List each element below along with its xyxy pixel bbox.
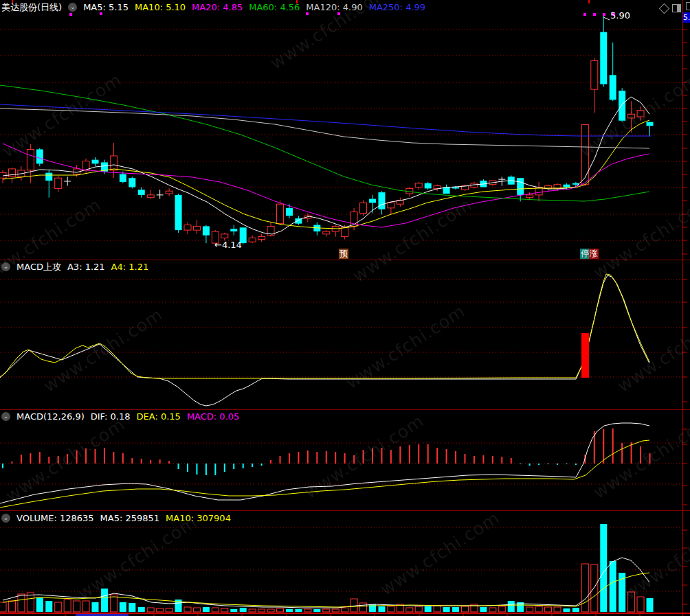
indicator-title: MACD上攻 — [16, 262, 61, 272]
high-price-annotation: 5.90 — [610, 11, 630, 20]
vma10-label: MA10: 307904 — [166, 513, 231, 523]
chevron-down-icon[interactable]: ⌄ — [68, 3, 77, 12]
corner-window-icon[interactable] — [686, 2, 690, 10]
volume-panel — [0, 524, 654, 612]
forecast-tag: 预 — [339, 249, 348, 259]
ma5-label: MA5: 5.15 — [83, 2, 129, 12]
ma120-label: MA120: 4.90 — [306, 2, 362, 12]
macd-sk-header: ⌄ MACD上攻 A3: 1.21 A4: 1.21 — [1, 262, 155, 272]
indicator-title: MACD(12,26,9) — [16, 411, 85, 422]
limit-up-tag: 涨 — [589, 249, 599, 259]
ma20-label: MA20: 4.85 — [192, 2, 243, 12]
chevron-down-icon[interactable]: ⌄ — [1, 262, 10, 271]
volume-title: VOLUME: 128635 — [16, 513, 94, 523]
split-window-icon[interactable] — [672, 4, 681, 12]
price-axis — [65, 0, 687, 616]
macd-label: MACD: 0.05 — [187, 411, 239, 422]
split-window-icon-fill — [677, 5, 680, 12]
dea-label: DEA: 0.15 — [137, 411, 181, 422]
chart-canvas[interactable] — [0, 0, 690, 616]
macd-header: ⌄ MACD(12,26,9) DIF: 0.18 DEA: 0.15 MACD… — [1, 411, 245, 422]
chevron-down-icon[interactable]: ⌄ — [1, 514, 10, 523]
main-chart-header: 美达股份(日线) ⌄ MA5: 5.15 MA10: 5.10 MA20: 4.… — [1, 2, 432, 12]
stock-chart-app: 美达股份(日线) ⌄ MA5: 5.15 MA10: 5.10 MA20: 4.… — [0, 0, 690, 616]
stock-title: 美达股份(日线) — [1, 2, 62, 12]
gridlines — [0, 30, 682, 591]
chevron-down-icon[interactable]: ⌄ — [1, 412, 10, 421]
macd-panel — [0, 423, 650, 507]
candlestick-panel — [0, 0, 654, 244]
macd-sk-panel — [0, 274, 649, 406]
low-price-annotation: ←4.14 — [214, 240, 242, 249]
volume-header: ⌄ VOLUME: 128635 MA5: 259851 MA10: 30790… — [1, 513, 237, 523]
ma10-label: MA10: 5.10 — [135, 2, 186, 12]
panel-dividers — [0, 260, 690, 614]
halt-tag: 停 — [580, 249, 590, 259]
ma60-label: MA60: 4.56 — [249, 2, 300, 12]
a3-label: A3: 1.21 — [67, 262, 105, 272]
dif-label: DIF: 0.18 — [91, 411, 131, 422]
vma5-label: MA5: 259851 — [100, 513, 160, 523]
a4-label: A4: 1.21 — [111, 262, 149, 272]
price-axis-current-label: 5. — [683, 12, 690, 23]
ma250-label: MA250: 4.99 — [369, 2, 425, 12]
